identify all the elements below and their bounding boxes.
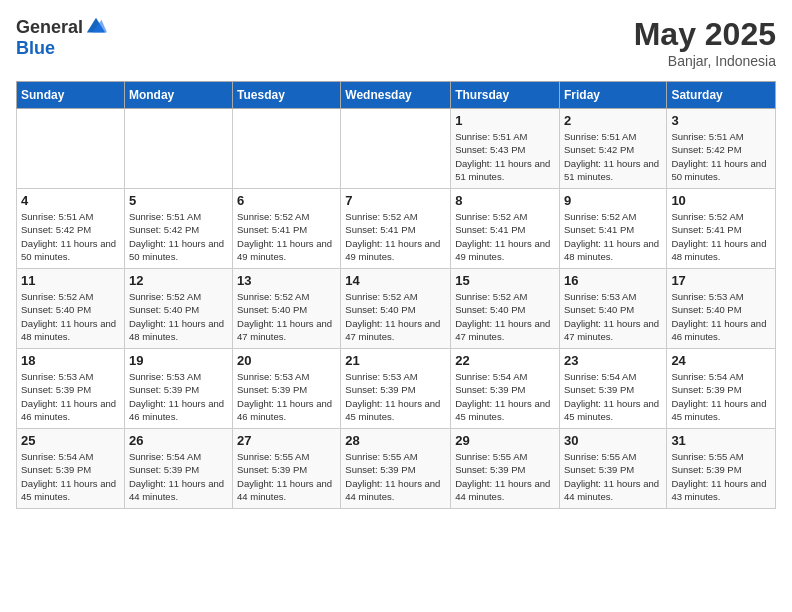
calendar-cell: 21Sunrise: 5:53 AMSunset: 5:39 PMDayligh… — [341, 349, 451, 429]
calendar-week-4: 18Sunrise: 5:53 AMSunset: 5:39 PMDayligh… — [17, 349, 776, 429]
calendar-cell: 15Sunrise: 5:52 AMSunset: 5:40 PMDayligh… — [451, 269, 560, 349]
calendar-week-2: 4Sunrise: 5:51 AMSunset: 5:42 PMDaylight… — [17, 189, 776, 269]
calendar-cell: 18Sunrise: 5:53 AMSunset: 5:39 PMDayligh… — [17, 349, 125, 429]
day-info: Sunrise: 5:51 AMSunset: 5:43 PMDaylight:… — [455, 130, 555, 183]
calendar-cell: 27Sunrise: 5:55 AMSunset: 5:39 PMDayligh… — [233, 429, 341, 509]
title-block: May 2025 Banjar, Indonesia — [634, 16, 776, 69]
day-number: 15 — [455, 273, 555, 288]
day-info: Sunrise: 5:52 AMSunset: 5:41 PMDaylight:… — [455, 210, 555, 263]
day-number: 29 — [455, 433, 555, 448]
day-number: 2 — [564, 113, 662, 128]
day-info: Sunrise: 5:53 AMSunset: 5:40 PMDaylight:… — [671, 290, 771, 343]
calendar-cell: 31Sunrise: 5:55 AMSunset: 5:39 PMDayligh… — [667, 429, 776, 509]
calendar-cell: 11Sunrise: 5:52 AMSunset: 5:40 PMDayligh… — [17, 269, 125, 349]
day-number: 18 — [21, 353, 120, 368]
day-info: Sunrise: 5:52 AMSunset: 5:40 PMDaylight:… — [345, 290, 446, 343]
calendar-cell: 23Sunrise: 5:54 AMSunset: 5:39 PMDayligh… — [559, 349, 666, 429]
logo-text-general: General — [16, 17, 83, 38]
day-number: 5 — [129, 193, 228, 208]
calendar-cell: 14Sunrise: 5:52 AMSunset: 5:40 PMDayligh… — [341, 269, 451, 349]
day-info: Sunrise: 5:52 AMSunset: 5:41 PMDaylight:… — [345, 210, 446, 263]
calendar-table: SundayMondayTuesdayWednesdayThursdayFrid… — [16, 81, 776, 509]
day-info: Sunrise: 5:52 AMSunset: 5:41 PMDaylight:… — [237, 210, 336, 263]
day-info: Sunrise: 5:55 AMSunset: 5:39 PMDaylight:… — [455, 450, 555, 503]
calendar-cell: 1Sunrise: 5:51 AMSunset: 5:43 PMDaylight… — [451, 109, 560, 189]
calendar-cell: 4Sunrise: 5:51 AMSunset: 5:42 PMDaylight… — [17, 189, 125, 269]
calendar-cell — [341, 109, 451, 189]
day-number: 22 — [455, 353, 555, 368]
day-number: 14 — [345, 273, 446, 288]
day-info: Sunrise: 5:52 AMSunset: 5:41 PMDaylight:… — [671, 210, 771, 263]
day-number: 16 — [564, 273, 662, 288]
calendar-cell — [17, 109, 125, 189]
weekday-header-monday: Monday — [124, 82, 232, 109]
day-info: Sunrise: 5:53 AMSunset: 5:39 PMDaylight:… — [237, 370, 336, 423]
calendar-cell: 20Sunrise: 5:53 AMSunset: 5:39 PMDayligh… — [233, 349, 341, 429]
calendar-cell: 16Sunrise: 5:53 AMSunset: 5:40 PMDayligh… — [559, 269, 666, 349]
day-number: 10 — [671, 193, 771, 208]
weekday-header-thursday: Thursday — [451, 82, 560, 109]
day-number: 3 — [671, 113, 771, 128]
calendar-week-5: 25Sunrise: 5:54 AMSunset: 5:39 PMDayligh… — [17, 429, 776, 509]
day-number: 11 — [21, 273, 120, 288]
day-info: Sunrise: 5:53 AMSunset: 5:40 PMDaylight:… — [564, 290, 662, 343]
day-info: Sunrise: 5:52 AMSunset: 5:40 PMDaylight:… — [129, 290, 228, 343]
day-info: Sunrise: 5:54 AMSunset: 5:39 PMDaylight:… — [671, 370, 771, 423]
day-number: 30 — [564, 433, 662, 448]
calendar-cell: 28Sunrise: 5:55 AMSunset: 5:39 PMDayligh… — [341, 429, 451, 509]
day-number: 24 — [671, 353, 771, 368]
day-number: 25 — [21, 433, 120, 448]
weekday-header-saturday: Saturday — [667, 82, 776, 109]
calendar-cell: 26Sunrise: 5:54 AMSunset: 5:39 PMDayligh… — [124, 429, 232, 509]
day-info: Sunrise: 5:53 AMSunset: 5:39 PMDaylight:… — [129, 370, 228, 423]
day-number: 21 — [345, 353, 446, 368]
location-title: Banjar, Indonesia — [634, 53, 776, 69]
day-number: 26 — [129, 433, 228, 448]
calendar-cell: 24Sunrise: 5:54 AMSunset: 5:39 PMDayligh… — [667, 349, 776, 429]
day-info: Sunrise: 5:55 AMSunset: 5:39 PMDaylight:… — [671, 450, 771, 503]
day-number: 4 — [21, 193, 120, 208]
logo-icon — [85, 16, 107, 38]
calendar-cell: 2Sunrise: 5:51 AMSunset: 5:42 PMDaylight… — [559, 109, 666, 189]
day-info: Sunrise: 5:53 AMSunset: 5:39 PMDaylight:… — [21, 370, 120, 423]
calendar-cell: 6Sunrise: 5:52 AMSunset: 5:41 PMDaylight… — [233, 189, 341, 269]
day-info: Sunrise: 5:55 AMSunset: 5:39 PMDaylight:… — [345, 450, 446, 503]
calendar-cell: 8Sunrise: 5:52 AMSunset: 5:41 PMDaylight… — [451, 189, 560, 269]
calendar-cell — [233, 109, 341, 189]
weekday-header-wednesday: Wednesday — [341, 82, 451, 109]
calendar-week-1: 1Sunrise: 5:51 AMSunset: 5:43 PMDaylight… — [17, 109, 776, 189]
calendar-cell: 19Sunrise: 5:53 AMSunset: 5:39 PMDayligh… — [124, 349, 232, 429]
day-info: Sunrise: 5:51 AMSunset: 5:42 PMDaylight:… — [671, 130, 771, 183]
day-info: Sunrise: 5:51 AMSunset: 5:42 PMDaylight:… — [129, 210, 228, 263]
page-header: General Blue May 2025 Banjar, Indonesia — [16, 16, 776, 69]
day-info: Sunrise: 5:55 AMSunset: 5:39 PMDaylight:… — [564, 450, 662, 503]
calendar-cell: 3Sunrise: 5:51 AMSunset: 5:42 PMDaylight… — [667, 109, 776, 189]
day-info: Sunrise: 5:51 AMSunset: 5:42 PMDaylight:… — [21, 210, 120, 263]
calendar-cell — [124, 109, 232, 189]
day-info: Sunrise: 5:54 AMSunset: 5:39 PMDaylight:… — [129, 450, 228, 503]
calendar-cell: 5Sunrise: 5:51 AMSunset: 5:42 PMDaylight… — [124, 189, 232, 269]
weekday-header-friday: Friday — [559, 82, 666, 109]
logo: General Blue — [16, 16, 107, 59]
day-number: 6 — [237, 193, 336, 208]
day-number: 1 — [455, 113, 555, 128]
day-info: Sunrise: 5:53 AMSunset: 5:39 PMDaylight:… — [345, 370, 446, 423]
weekday-header-tuesday: Tuesday — [233, 82, 341, 109]
month-title: May 2025 — [634, 16, 776, 53]
day-number: 7 — [345, 193, 446, 208]
day-info: Sunrise: 5:54 AMSunset: 5:39 PMDaylight:… — [455, 370, 555, 423]
day-number: 31 — [671, 433, 771, 448]
weekday-header-sunday: Sunday — [17, 82, 125, 109]
calendar-cell: 12Sunrise: 5:52 AMSunset: 5:40 PMDayligh… — [124, 269, 232, 349]
day-info: Sunrise: 5:51 AMSunset: 5:42 PMDaylight:… — [564, 130, 662, 183]
day-info: Sunrise: 5:52 AMSunset: 5:40 PMDaylight:… — [455, 290, 555, 343]
calendar-cell: 30Sunrise: 5:55 AMSunset: 5:39 PMDayligh… — [559, 429, 666, 509]
calendar-week-3: 11Sunrise: 5:52 AMSunset: 5:40 PMDayligh… — [17, 269, 776, 349]
calendar-cell: 25Sunrise: 5:54 AMSunset: 5:39 PMDayligh… — [17, 429, 125, 509]
calendar-cell: 9Sunrise: 5:52 AMSunset: 5:41 PMDaylight… — [559, 189, 666, 269]
day-number: 23 — [564, 353, 662, 368]
day-info: Sunrise: 5:52 AMSunset: 5:40 PMDaylight:… — [21, 290, 120, 343]
day-number: 17 — [671, 273, 771, 288]
calendar-cell: 7Sunrise: 5:52 AMSunset: 5:41 PMDaylight… — [341, 189, 451, 269]
calendar-cell: 22Sunrise: 5:54 AMSunset: 5:39 PMDayligh… — [451, 349, 560, 429]
